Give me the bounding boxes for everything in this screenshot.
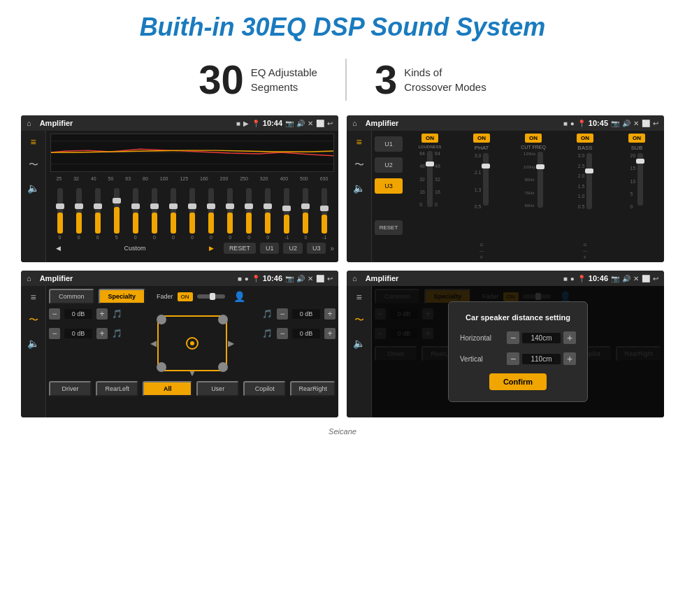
brand-watermark: Seicane <box>0 424 685 436</box>
eq-icon2[interactable]: ≡ <box>356 136 361 148</box>
specialty-screen: ⌂ Amplifier ■● 📍 10:46 📷🔊✕⬜↩ ≡ 〜 🔈 Commo… <box>21 271 338 417</box>
loudness-toggle[interactable]: ON <box>421 134 438 143</box>
fader-slider[interactable] <box>197 294 225 299</box>
fl-plus[interactable]: + <box>96 308 108 320</box>
cutfreq-name: CUT FREQ <box>521 145 546 150</box>
crossover-app-name: Amplifier <box>366 119 559 127</box>
ch-bass: ON BASS 3.02.52.01.51.00.5 G — F <box>561 134 610 259</box>
driver-btn[interactable]: Driver <box>49 381 92 396</box>
more-icon[interactable]: » <box>330 245 334 252</box>
horizontal-row: Horizontal − 140cm + <box>460 331 576 344</box>
eq-u1-btn[interactable]: U1 <box>260 243 280 254</box>
db-row-fl: − 0 dB + 🎵 <box>49 308 122 320</box>
feature-crossover-text1: Kinds of <box>404 65 486 80</box>
cutfreq-toggle[interactable]: ON <box>525 134 542 143</box>
vertical-minus[interactable]: − <box>507 352 519 365</box>
eq-u2-btn[interactable]: U2 <box>283 243 303 254</box>
feature-crossover-number: 3 <box>375 56 397 103</box>
all-btn[interactable]: All <box>143 381 192 396</box>
rr-plus[interactable]: + <box>324 328 336 339</box>
eq-screen: ⌂ Amplifier ■▶ 📍 10:44 📷🔊✕⬜↩ ≡ 〜 🔈 <box>21 115 338 262</box>
crossover-reset-btn[interactable]: RESET <box>375 220 403 235</box>
bass-name: BASS <box>577 145 592 151</box>
horizontal-plus[interactable]: + <box>563 331 576 344</box>
specialty-status-bar: ⌂ Amplifier ■● 📍 10:46 📷🔊✕⬜↩ <box>21 271 338 286</box>
home-icon[interactable]: ⌂ <box>27 119 31 127</box>
distance-status-bar: ⌂ Amplifier ■● 📍 10:46 📷🔊✕⬜↩ <box>347 271 664 286</box>
feature-crossover-text2: Crossover Modes <box>404 80 486 94</box>
crossover-screen: ⌂ Amplifier ■● 📍 10:45 📷🔊✕⬜↩ ≡ 〜 🔈 U1 <box>347 115 664 262</box>
vertical-plus[interactable]: + <box>563 352 576 365</box>
fr-speaker-icon: 🎵 <box>262 309 273 319</box>
confirm-button[interactable]: Confirm <box>489 373 547 390</box>
feature-eq-text2: Segments <box>251 80 317 94</box>
fl-speaker-icon: 🎵 <box>112 309 122 319</box>
eq-u3-btn[interactable]: U3 <box>307 243 326 254</box>
eq-icon3[interactable]: ≡ <box>30 292 36 303</box>
eq-status-icons: ■▶ 📍 10:44 📷🔊✕⬜↩ <box>236 119 333 127</box>
waveform-icon3[interactable]: 〜 <box>29 314 38 327</box>
fader-toggle[interactable]: ON <box>178 292 193 301</box>
specialty-app-name: Amplifier <box>40 274 233 282</box>
eq-status-bar: ⌂ Amplifier ■▶ 📍 10:44 📷🔊✕⬜↩ <box>21 115 338 131</box>
crossover-main: U1 U2 U3 RESET ON LOUDNESS 644832160 <box>372 131 664 262</box>
preset-u1[interactable]: U1 <box>375 136 403 152</box>
preset-u3[interactable]: U3 <box>375 178 403 194</box>
specialty-time: 10:46 <box>263 274 282 282</box>
eq-main: 2532405063 80100125160200 25032040050063… <box>46 131 338 262</box>
eq-icon[interactable]: ≡ <box>30 136 36 148</box>
distance-screen: ⌂ Amplifier ■● 📍 10:46 📷🔊✕⬜↩ ≡ 〜 🔈 Commo… <box>347 271 664 417</box>
volume-icon[interactable]: 🔈 <box>27 182 39 194</box>
home-icon4[interactable]: ⌂ <box>352 274 357 282</box>
volume-icon3[interactable]: 🔈 <box>27 338 39 349</box>
preset-u2[interactable]: U2 <box>375 157 403 173</box>
eq-sliders-row: 0 0 0 <box>50 184 334 240</box>
tab-common[interactable]: Common <box>49 289 94 304</box>
vertical-value: 110cm <box>522 354 561 364</box>
tab-specialty[interactable]: Specialty <box>99 289 146 304</box>
home-icon3[interactable]: ⌂ <box>27 274 31 282</box>
horizontal-minus[interactable]: − <box>507 331 519 344</box>
vertical-control: − 110cm + <box>507 352 576 365</box>
bass-toggle[interactable]: ON <box>577 134 593 143</box>
feature-eq-text1: EQ Adjustable <box>251 65 317 80</box>
eq-time: 10:44 <box>263 119 282 127</box>
waveform-icon[interactable]: 〜 <box>29 159 38 171</box>
rear-left-btn[interactable]: RearLeft <box>96 381 138 396</box>
person-icon[interactable]: 👤 <box>233 291 245 302</box>
distance-app-name: Amplifier <box>366 274 559 282</box>
eq-app-name: Amplifier <box>40 119 232 127</box>
eq-reset-btn[interactable]: RESET <box>224 243 256 254</box>
waveform-icon2[interactable]: 〜 <box>354 159 364 171</box>
vertical-label: Vertical <box>460 355 501 363</box>
screens-grid: ⌂ Amplifier ■▶ 📍 10:44 📷🔊✕⬜↩ ≡ 〜 🔈 <box>0 115 685 424</box>
horizontal-control: − 140cm + <box>507 331 576 344</box>
fader-label: Fader <box>157 293 173 300</box>
eq-icon4[interactable]: ≡ <box>356 292 361 303</box>
rl-minus[interactable]: − <box>49 328 60 339</box>
fr-plus[interactable]: + <box>324 308 336 320</box>
horizontal-value: 140cm <box>522 333 561 343</box>
specialty-main: Common Specialty Fader ON 👤 − 0 dB <box>46 286 338 417</box>
phat-toggle[interactable]: ON <box>473 134 490 143</box>
crossover-status-icons: ■● 📍 10:45 📷🔊✕⬜↩ <box>563 119 658 127</box>
rl-plus[interactable]: + <box>96 328 108 339</box>
home-icon2[interactable]: ⌂ <box>352 119 357 127</box>
eq-play-btn[interactable]: ▶ <box>203 243 219 254</box>
fl-value: 0 dB <box>64 309 92 319</box>
eq-freq-labels: 2532405063 80100125160200 25032040050063… <box>50 176 334 181</box>
fl-minus[interactable]: − <box>49 308 60 320</box>
volume-icon2[interactable]: 🔈 <box>353 182 365 194</box>
user-btn[interactable]: User <box>196 381 239 396</box>
rr-minus[interactable]: − <box>277 328 288 339</box>
sub-toggle[interactable]: ON <box>628 134 645 143</box>
rl-speaker-icon: 🎵 <box>112 329 122 338</box>
copilot-btn[interactable]: Copilot <box>243 381 286 396</box>
waveform-icon4[interactable]: 〜 <box>354 314 364 327</box>
loudness-name: LOUDNESS <box>418 145 441 149</box>
eq-prev-btn[interactable]: ◀ <box>50 243 66 254</box>
rear-right-btn[interactable]: RearRight <box>290 381 336 396</box>
eq-left-sidebar: ≡ 〜 🔈 <box>21 131 46 262</box>
volume-icon4[interactable]: 🔈 <box>353 338 365 349</box>
fr-minus[interactable]: − <box>277 308 288 320</box>
